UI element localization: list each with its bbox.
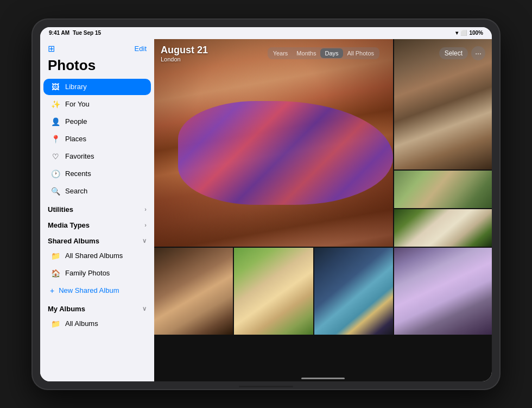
sidebar-item-label-people: People bbox=[65, 117, 87, 125]
sidebar-title: Photos bbox=[40, 56, 154, 78]
sidebar-item-family-photos[interactable]: 🏠 Family Photos bbox=[43, 265, 151, 281]
sidebar-item-label-for-you: For You bbox=[65, 100, 90, 108]
for-you-icon: ✨ bbox=[50, 100, 61, 109]
scroll-indicator bbox=[301, 378, 345, 379]
utilities-label: Utilities bbox=[48, 205, 73, 214]
sidebar-item-recents[interactable]: 🕐 Recents bbox=[43, 166, 151, 182]
photo-area: August 21 London Years Months Days bbox=[154, 39, 492, 381]
photo-girls-outside[interactable] bbox=[234, 248, 313, 335]
sidebar-item-label-all-shared: All Shared Albums bbox=[65, 252, 123, 260]
tab-days[interactable]: Days bbox=[320, 48, 343, 58]
shared-albums-label: Shared Albums bbox=[48, 237, 99, 245]
sidebar-item-library[interactable]: 🖼 Library bbox=[43, 79, 151, 95]
people-icon: 👤 bbox=[50, 117, 61, 126]
sidebar-item-label-family-photos: Family Photos bbox=[65, 269, 110, 277]
sidebar-item-all-albums[interactable]: 📁 All Albums bbox=[43, 316, 151, 332]
battery-icon: ⬜ bbox=[460, 30, 467, 36]
photo-colorful-person[interactable] bbox=[314, 248, 393, 335]
tab-all-photos[interactable]: All Photos bbox=[343, 48, 379, 58]
status-date: Tue Sep 15 bbox=[73, 30, 101, 36]
sidebar-item-all-shared-albums[interactable]: 📁 All Shared Albums bbox=[43, 248, 151, 264]
new-shared-album-plus-icon: + bbox=[50, 286, 54, 295]
ipad-screen: 9:41 AM Tue Sep 15 ▾ ⬜ 100% ⊞ Edit Photo… bbox=[40, 27, 492, 381]
my-albums-chevron: ∨ bbox=[142, 305, 147, 312]
family-photos-icon: 🏠 bbox=[50, 269, 61, 278]
my-albums-label: My Albums bbox=[48, 305, 85, 313]
sidebar-header: ⊞ Edit bbox=[40, 39, 154, 56]
photo-location: London bbox=[161, 56, 208, 62]
status-left: 9:41 AM Tue Sep 15 bbox=[49, 30, 101, 36]
ipad-frame: 9:41 AM Tue Sep 15 ▾ ⬜ 100% ⊞ Edit Photo… bbox=[33, 20, 499, 389]
sidebar-item-label-search: Search bbox=[65, 187, 87, 195]
sidebar-item-label-places: Places bbox=[65, 135, 86, 143]
sidebar-item-favorites[interactable]: ♡ Favorites bbox=[43, 148, 151, 165]
my-albums-section[interactable]: My Albums ∨ bbox=[40, 299, 154, 315]
media-types-chevron: › bbox=[144, 222, 147, 228]
tab-years[interactable]: Years bbox=[269, 48, 293, 58]
photo-woman-field[interactable] bbox=[394, 209, 492, 247]
all-albums-icon: 📁 bbox=[50, 319, 61, 328]
utilities-chevron: › bbox=[144, 206, 147, 212]
status-bar: 9:41 AM Tue Sep 15 ▾ ⬜ 100% bbox=[40, 27, 492, 39]
places-icon: 📍 bbox=[50, 135, 61, 143]
photo-date-main: August 21 bbox=[161, 45, 208, 56]
status-right: ▾ ⬜ 100% bbox=[455, 30, 483, 36]
new-shared-album-button[interactable]: + New Shared Album bbox=[43, 283, 151, 299]
sidebar-item-label-library: Library bbox=[65, 83, 87, 91]
new-shared-album-label: New Shared Album bbox=[59, 286, 119, 294]
app-area: ⊞ Edit Photos 🖼 Library ✨ For You 👤 bbox=[40, 39, 492, 381]
sidebar-item-for-you[interactable]: ✨ For You bbox=[43, 96, 151, 112]
more-button[interactable]: ··· bbox=[471, 46, 485, 60]
photo-woman-purple-hijab[interactable] bbox=[394, 248, 492, 335]
sidebar-item-places[interactable]: 📍 Places bbox=[43, 131, 151, 147]
sidebar-item-people[interactable]: 👤 People bbox=[43, 114, 151, 130]
sidebar-item-label-recents: Recents bbox=[65, 170, 91, 178]
favorites-icon: ♡ bbox=[50, 152, 61, 161]
shared-albums-chevron: ∨ bbox=[142, 237, 147, 244]
search-icon: 🔍 bbox=[50, 187, 61, 196]
battery-level: 100% bbox=[469, 30, 483, 36]
sidebar-collapse-icon[interactable]: ⊞ bbox=[48, 43, 55, 54]
sidebar-item-search[interactable]: 🔍 Search bbox=[43, 183, 151, 199]
utilities-section[interactable]: Utilities › bbox=[40, 200, 154, 216]
sidebar-item-label-favorites: Favorites bbox=[65, 152, 94, 160]
photo-two-girls[interactable] bbox=[394, 171, 492, 208]
sidebar: ⊞ Edit Photos 🖼 Library ✨ For You 👤 bbox=[40, 39, 154, 381]
sidebar-item-label-all-albums: All Albums bbox=[65, 319, 98, 328]
toolbar-right: Select ··· bbox=[439, 46, 485, 60]
photo-mother-child[interactable] bbox=[154, 248, 233, 335]
media-types-section[interactable]: Media Types › bbox=[40, 216, 154, 231]
recents-icon: 🕐 bbox=[50, 170, 61, 178]
photo-toolbar: August 21 London Years Months Days bbox=[154, 39, 492, 68]
all-shared-icon: 📁 bbox=[50, 252, 61, 260]
shared-albums-section[interactable]: Shared Albums ∨ bbox=[40, 231, 154, 247]
photo-main[interactable] bbox=[154, 39, 393, 247]
library-icon: 🖼 bbox=[50, 83, 61, 91]
media-types-label: Media Types bbox=[48, 221, 90, 229]
select-button[interactable]: Select bbox=[439, 47, 468, 59]
wifi-icon: ▾ bbox=[455, 30, 458, 36]
photo-date: August 21 London bbox=[161, 45, 208, 62]
status-time: 9:41 AM bbox=[49, 30, 69, 36]
tab-months[interactable]: Months bbox=[292, 48, 320, 58]
view-tabs: Years Months Days All Photos bbox=[268, 47, 379, 59]
edit-button[interactable]: Edit bbox=[135, 45, 147, 53]
